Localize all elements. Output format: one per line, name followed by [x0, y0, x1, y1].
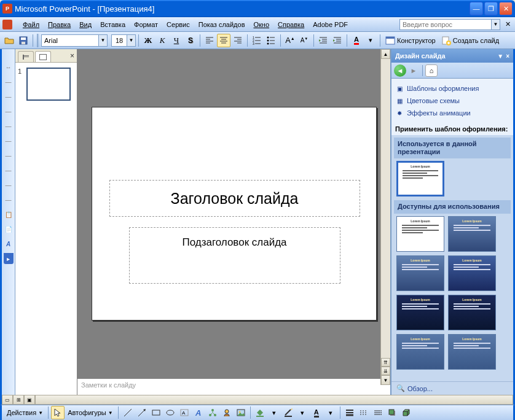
align-left-button[interactable] — [203, 34, 216, 47]
template-1[interactable]: Lorem Ipsum — [396, 216, 444, 252]
vertical-scrollbar[interactable]: ▲ ⇈ ⇊ ▼ — [380, 49, 390, 385]
menu-window[interactable]: Окно — [250, 20, 274, 29]
font-family-combo[interactable]: ▼ — [41, 34, 108, 47]
lt-tool7[interactable]: — — [3, 150, 14, 161]
notes-panel[interactable]: Заметки к слайду — [77, 378, 390, 395]
save-button[interactable] — [17, 34, 30, 47]
template-current[interactable]: Lorem Ipsum — [396, 161, 444, 196]
font-size-arrow[interactable]: ▼ — [127, 35, 135, 46]
font-size-combo[interactable]: ▼ — [111, 34, 136, 47]
help-search-dropdown[interactable]: ▼ — [492, 19, 500, 30]
lt-tool10[interactable]: — — [3, 194, 14, 205]
shadow-style-button[interactable] — [385, 406, 399, 419]
increase-indent-button[interactable] — [331, 34, 344, 47]
font-color-button-2[interactable]: A — [310, 406, 323, 419]
clipart-tool[interactable] — [220, 406, 234, 419]
nav-forward-button[interactable]: ► — [407, 64, 420, 77]
slide-thumb-1[interactable]: 1 — [18, 68, 74, 101]
editor-canvas[interactable]: Заголовок слайда Подзаголовок слайда — [77, 49, 390, 378]
menu-file[interactable]: Файл — [18, 20, 44, 29]
lt-tool5[interactable]: — — [3, 120, 14, 131]
menu-insert[interactable]: Вставка — [96, 20, 130, 29]
nav-back-button[interactable]: ◄ — [394, 64, 406, 77]
lt-expand-icon[interactable]: ▸ — [4, 253, 14, 264]
increase-font-button[interactable]: A▲ — [283, 34, 297, 47]
select-tool[interactable] — [51, 406, 65, 419]
new-slide-button[interactable]: Создать слайд — [439, 34, 501, 47]
template-2[interactable]: Lorem Ipsum — [448, 216, 496, 252]
template-7[interactable]: Lorem Ipsum — [396, 334, 444, 370]
dash-style-button[interactable] — [357, 406, 371, 419]
rectangle-tool[interactable] — [149, 406, 163, 419]
font-size-input[interactable] — [112, 35, 127, 46]
nav-home-button[interactable]: ⌂ — [425, 64, 438, 77]
line-style-button[interactable] — [343, 406, 356, 419]
shadow-button[interactable]: S — [184, 34, 197, 47]
lt-tool6[interactable]: — — [3, 135, 14, 146]
slides-tab[interactable] — [35, 51, 51, 62]
menu-help[interactable]: Справка — [273, 20, 309, 29]
lt-wordart-icon[interactable]: A — [3, 238, 14, 249]
template-3[interactable]: Lorem Ipsum — [396, 255, 444, 291]
wordart-tool[interactable]: A — [192, 406, 205, 419]
font-color-arrow-2[interactable]: ▾ — [324, 406, 337, 419]
lt-copy-icon[interactable]: 📋 — [3, 209, 14, 220]
templates-scroll[interactable]: Используется в данной презентации Lorem … — [391, 135, 513, 381]
scroll-down-button[interactable]: ▼ — [381, 375, 390, 385]
fill-color-arrow[interactable]: ▾ — [267, 406, 281, 419]
slideshow-view-button[interactable]: ▣ — [24, 395, 35, 405]
align-center-button[interactable] — [217, 34, 230, 47]
panel-close-button[interactable]: × — [70, 52, 74, 60]
fill-color-button[interactable] — [253, 406, 267, 419]
prev-slide-button[interactable]: ⇈ — [381, 358, 390, 367]
decrease-indent-button[interactable] — [316, 34, 330, 47]
menu-view[interactable]: Вид — [75, 20, 96, 29]
autoshapes-menu[interactable]: Автофигуры▼ — [65, 406, 116, 419]
maximize-button[interactable]: ❐ — [484, 2, 498, 15]
menu-format[interactable]: Формат — [130, 20, 162, 29]
sorter-view-button[interactable]: ⊞ — [13, 395, 24, 405]
close-button[interactable]: ✕ — [499, 2, 513, 15]
line-tool[interactable] — [121, 406, 135, 419]
slide[interactable]: Заголовок слайда Подзаголовок слайда — [92, 107, 377, 321]
doc-icon[interactable] — [2, 20, 12, 29]
outline-tab[interactable] — [18, 51, 34, 62]
italic-button[interactable]: К — [155, 34, 169, 47]
slide-title-placeholder[interactable]: Заголовок слайда — [109, 180, 360, 217]
lt-tool9[interactable]: — — [3, 179, 14, 190]
horizontal-scrollbar[interactable] — [35, 395, 513, 405]
help-search-input[interactable] — [399, 19, 492, 30]
lt-paste-icon[interactable]: 📄 — [3, 224, 14, 235]
font-color-arrow[interactable]: ▾ — [364, 34, 377, 47]
minimize-button[interactable]: — — [470, 2, 483, 15]
open-button[interactable] — [2, 34, 16, 47]
numbered-list-button[interactable]: 123 — [250, 34, 264, 47]
task-pane-menu-button[interactable]: ▼ — [497, 53, 503, 60]
templates-link[interactable]: ▣Шаблоны оформления — [395, 82, 509, 95]
arrow-style-button[interactable] — [371, 406, 385, 419]
lt-tool4[interactable]: — — [3, 106, 14, 117]
scroll-up-button[interactable]: ▲ — [381, 49, 390, 59]
normal-view-button[interactable]: ▭ — [2, 395, 13, 405]
picture-tool[interactable] — [234, 406, 248, 419]
lt-tool2[interactable]: — — [3, 76, 14, 87]
oval-tool[interactable] — [163, 406, 177, 419]
3d-style-button[interactable] — [399, 406, 413, 419]
menu-edit[interactable]: Правка — [44, 20, 75, 29]
underline-button[interactable]: Ч — [170, 34, 183, 47]
animation-link[interactable]: ✸Эффекты анимации — [395, 107, 509, 119]
task-pane-close-button[interactable]: × — [506, 53, 509, 60]
template-4[interactable]: Lorem Ipsum — [448, 255, 496, 291]
decrease-font-button[interactable]: A▼ — [297, 34, 311, 47]
design-button[interactable]: Конструктор — [383, 34, 438, 47]
doc-close-button[interactable]: ✕ — [503, 20, 513, 28]
grip[interactable] — [37, 34, 39, 47]
textbox-tool[interactable]: A — [178, 406, 191, 419]
line-color-arrow[interactable]: ▾ — [296, 406, 309, 419]
lt-tool3[interactable]: — — [3, 91, 14, 102]
font-family-arrow[interactable]: ▼ — [98, 35, 107, 46]
diagram-tool[interactable] — [206, 406, 219, 419]
align-right-button[interactable] — [231, 34, 245, 47]
actions-menu[interactable]: Действия▼ — [4, 406, 45, 419]
bold-button[interactable]: Ж — [141, 34, 155, 47]
